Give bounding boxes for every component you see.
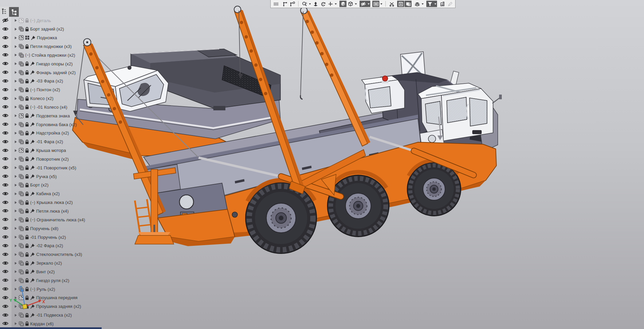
visibility-eye-icon[interactable]: [2, 321, 9, 326]
wheel-rear[interactable]: [407, 162, 461, 216]
wireframe-display-button[interactable]: [347, 1, 354, 7]
tree-row[interactable]: Подножка: [0, 34, 141, 42]
tree-row[interactable]: Петля люка (x4): [0, 207, 141, 215]
expand-arrow[interactable]: [15, 28, 17, 31]
visibility-eye-icon[interactable]: [2, 26, 9, 32]
expand-arrow[interactable]: [15, 114, 17, 117]
section-view-button[interactable]: [388, 1, 395, 7]
hide-components-button[interactable]: [360, 1, 367, 7]
tree-row[interactable]: Стеклоочиститель (x3): [0, 250, 141, 259]
move-view-button-dropdown[interactable]: [334, 1, 337, 7]
sketch-button[interactable]: [281, 1, 288, 7]
tree-row[interactable]: Борт задний (x2): [0, 25, 141, 34]
visibility-eye-icon[interactable]: [2, 148, 9, 153]
tree-row[interactable]: Крыша мотора: [0, 146, 141, 155]
tree-row[interactable]: (−)Понтон (x2): [0, 86, 141, 94]
expand-arrow[interactable]: [15, 141, 17, 143]
visibility-eye-icon[interactable]: [2, 104, 9, 109]
tree-row[interactable]: (−)-01 Колесо (x4): [0, 103, 141, 111]
tree-row[interactable]: Надстройка (x2): [0, 129, 141, 138]
wheel-front[interactable]: [246, 182, 317, 254]
tree-row[interactable]: -01 Поворотник (x5): [0, 163, 141, 172]
zoom-area-button-dropdown[interactable]: [308, 1, 312, 7]
expand-arrow[interactable]: [15, 253, 17, 256]
visibility-eye-icon[interactable]: [2, 261, 9, 266]
move-view-button[interactable]: [327, 1, 334, 7]
expand-arrow[interactable]: [15, 54, 17, 56]
expand-arrow[interactable]: [15, 244, 17, 247]
visibility-eye-icon[interactable]: [2, 243, 9, 248]
expand-arrow[interactable]: [15, 184, 17, 186]
show-in-window-button-dropdown[interactable]: [379, 1, 383, 7]
visibility-eye-icon[interactable]: [2, 200, 9, 205]
visibility-eye-icon[interactable]: [2, 174, 9, 179]
visibility-eye-icon[interactable]: [2, 61, 9, 66]
filter-objects-button[interactable]: [426, 1, 433, 7]
tree-row[interactable]: Фонарь задний (x2): [0, 68, 141, 77]
visibility-eye-icon[interactable]: [2, 139, 9, 144]
image-quality-button[interactable]: [405, 1, 412, 7]
tree-row[interactable]: Поворотник (x2): [0, 155, 141, 163]
expand-arrow[interactable]: [15, 19, 17, 22]
shaded-display-button[interactable]: [339, 1, 346, 7]
expand-arrow[interactable]: [15, 37, 17, 39]
tree-row[interactable]: -02 Фара (x2): [0, 241, 141, 250]
expand-arrow[interactable]: [15, 201, 17, 204]
visibility-eye-icon[interactable]: [2, 252, 9, 257]
visibility-eye-icon[interactable]: [2, 130, 9, 135]
drawing-mode-button[interactable]: [397, 1, 404, 7]
expand-arrow[interactable]: [15, 106, 17, 108]
sketch-on-plane-button[interactable]: [289, 1, 296, 7]
expand-arrow[interactable]: [15, 175, 17, 178]
expand-arrow[interactable]: [15, 123, 17, 126]
visibility-eye-icon[interactable]: [2, 35, 9, 40]
expand-arrow[interactable]: [15, 262, 17, 265]
visibility-eye-icon[interactable]: [2, 226, 9, 231]
expand-arrow[interactable]: [15, 279, 17, 282]
visibility-eye-icon[interactable]: [2, 52, 9, 57]
tree-row[interactable]: Колесо (x2): [0, 94, 141, 103]
wheel-middle[interactable]: [327, 175, 389, 237]
tree-row[interactable]: -01 Поручень (x2): [0, 233, 141, 241]
expand-arrow[interactable]: [15, 236, 17, 238]
expand-arrow[interactable]: [15, 89, 17, 91]
measure-button[interactable]: [439, 1, 446, 7]
orientation-button[interactable]: [312, 1, 319, 7]
tree-row[interactable]: Кабина (x2): [0, 189, 141, 198]
parameters-list-button[interactable]: [1, 8, 8, 16]
expand-arrow[interactable]: [15, 45, 17, 48]
tree-row[interactable]: Ручка (x5): [0, 172, 141, 181]
expand-arrow[interactable]: [15, 218, 17, 221]
expand-arrow[interactable]: [15, 71, 17, 74]
visibility-eye-icon[interactable]: [2, 156, 9, 161]
expand-arrow[interactable]: [15, 270, 17, 273]
rotate-view-button[interactable]: [319, 1, 326, 7]
expand-arrow[interactable]: [15, 166, 17, 169]
visibility-eye-icon[interactable]: [2, 78, 9, 84]
visibility-eye-icon[interactable]: [2, 96, 9, 101]
tree-row[interactable]: Петля подножки (x3): [0, 42, 141, 51]
tree-row[interactable]: (−)Ограничитель люка (x4): [0, 215, 141, 224]
tree-row[interactable]: Гнездо руля (x2): [0, 276, 141, 285]
tree-row[interactable]: (−)Стойка прдножки (x2): [0, 51, 141, 59]
expand-arrow[interactable]: [15, 132, 17, 134]
visibility-eye-icon[interactable]: [2, 208, 9, 213]
visibility-eye-icon[interactable]: [2, 269, 9, 274]
expand-arrow[interactable]: [15, 97, 17, 100]
expand-arrow[interactable]: [15, 227, 17, 230]
visibility-eye-icon[interactable]: [2, 70, 9, 75]
tree-row[interactable]: Зеркало (x2): [0, 259, 141, 268]
hide-components-button-dropdown[interactable]: [367, 1, 370, 7]
mid-cab[interactable]: [362, 76, 405, 113]
stamp-button-dropdown[interactable]: [421, 1, 424, 7]
tree-row[interactable]: Гнездо опоры (x2): [0, 59, 141, 68]
visibility-eye-icon[interactable]: [2, 165, 9, 170]
annotate-button[interactable]: [446, 1, 453, 7]
component-tree-button[interactable]: [9, 7, 19, 17]
filter-objects-button-dropdown[interactable]: [433, 1, 437, 7]
stamp-button[interactable]: [414, 1, 421, 7]
tree-row[interactable]: (−)Крышка люка (x2): [0, 198, 141, 207]
visibility-eye-icon[interactable]: [2, 278, 9, 283]
visibility-eye-icon[interactable]: [2, 113, 9, 118]
visibility-eye-icon[interactable]: [2, 182, 9, 187]
